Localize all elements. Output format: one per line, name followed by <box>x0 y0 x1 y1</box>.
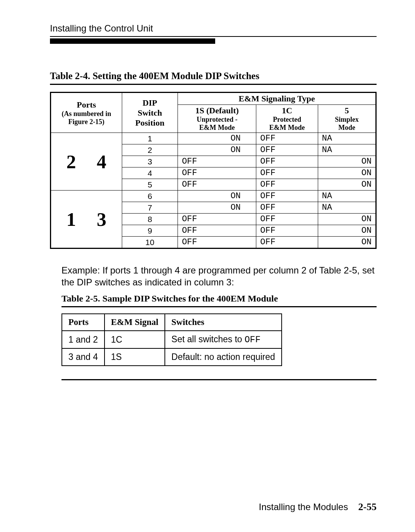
sig2-l2: Protected <box>260 116 314 124</box>
cell: ON <box>318 237 376 249</box>
switch-pos: 3 <box>122 156 178 167</box>
col-ports-header: Ports (As numbered in Figure 2-15) <box>51 93 122 133</box>
cell: OFF <box>256 144 318 156</box>
footer-page: 2-55 <box>358 501 377 512</box>
ports-cell-group2: 1 3 <box>51 191 122 249</box>
table-2-4-rule <box>50 84 377 85</box>
running-header: Installing the Control Unit <box>50 23 377 34</box>
sig1-l3: E&M Mode <box>182 124 252 132</box>
cell: NA <box>318 191 376 202</box>
cell: ON <box>318 179 376 191</box>
switch-pos: 2 <box>122 144 178 156</box>
switch-pos: 1 <box>122 133 178 144</box>
cell: ON <box>178 191 256 202</box>
cell: OFF <box>178 237 256 249</box>
sig2-l1: 1C <box>282 106 292 115</box>
sig1-l1: 1S (Default) <box>195 106 239 115</box>
cell: OFF <box>178 179 256 191</box>
bottom-rule <box>61 379 377 380</box>
cell: ON <box>178 202 256 214</box>
switch-pos: 9 <box>122 225 178 237</box>
sig2-header: 1C Protected E&M Mode <box>256 105 318 133</box>
t25-r1c3-pre: Set all switches to <box>171 334 244 344</box>
t25-h1: Ports <box>62 314 105 331</box>
switch-pos: 8 <box>122 214 178 225</box>
cell: OFF <box>178 156 256 167</box>
cell: ON <box>318 167 376 179</box>
col-dip-header: DIP Switch Position <box>122 93 178 133</box>
t25-r2c1: 3 and 4 <box>62 348 105 366</box>
table-2-5-rule <box>61 306 377 307</box>
t25-h2: E&M Signal <box>105 314 165 331</box>
cell: OFF <box>256 202 318 214</box>
page-footer: Installing the Modules 2-55 <box>259 501 377 513</box>
sig2-l3: E&M Mode <box>260 124 314 132</box>
cell: OFF <box>256 237 318 249</box>
t25-r1c1: 1 and 2 <box>62 331 105 348</box>
port-2: 2 <box>57 151 85 173</box>
cell: OFF <box>256 156 318 167</box>
cell: ON <box>178 133 256 144</box>
port-1: 1 <box>57 208 85 230</box>
switch-pos: 4 <box>122 167 178 179</box>
t25-r1c2: 1C <box>105 331 165 348</box>
cell: ON <box>178 144 256 156</box>
cell: OFF <box>256 214 318 225</box>
table-2-4-title: Table 2-4. Setting the 400EM Module DIP … <box>50 71 377 81</box>
dip-l2: Switch <box>138 108 162 118</box>
cell: OFF <box>256 133 318 144</box>
col-ports-label: Ports <box>77 100 96 109</box>
t25-r2c2: 1S <box>105 348 165 366</box>
header-rule-thin <box>50 36 377 37</box>
cell: ON <box>318 214 376 225</box>
sig3-l2: Simplex <box>322 116 372 124</box>
cell: OFF <box>178 225 256 237</box>
sig3-l1: 5 <box>345 106 349 115</box>
switch-pos: 7 <box>122 202 178 214</box>
sig1-l2: Unprotected - <box>182 116 252 124</box>
header-bar <box>50 38 215 44</box>
cell: OFF <box>256 167 318 179</box>
col-ports-sub2: Figure 2-15) <box>55 118 118 126</box>
port-4: 4 <box>88 151 116 173</box>
cell: ON <box>318 225 376 237</box>
switch-pos: 10 <box>122 237 178 249</box>
sig-header: E&M Signaling Type <box>178 93 376 105</box>
t25-r1c3: Set all switches to OFF <box>165 331 282 348</box>
cell: OFF <box>256 179 318 191</box>
cell: OFF <box>178 167 256 179</box>
sig1-header: 1S (Default) Unprotected - E&M Mode <box>178 105 256 133</box>
sig3-l3: Mode <box>322 124 372 132</box>
cell: OFF <box>178 214 256 225</box>
col-ports-sub1: (As numbered in <box>55 110 118 118</box>
switch-pos: 6 <box>122 191 178 202</box>
t25-r1c3-code: OFF <box>245 335 261 345</box>
cell: OFF <box>256 225 318 237</box>
cell: ON <box>318 156 376 167</box>
table-2-5: Ports E&M Signal Switches 1 and 2 1C Set… <box>61 313 282 366</box>
footer-label: Installing the Modules <box>259 502 348 512</box>
cell: OFF <box>256 191 318 202</box>
t25-h3: Switches <box>165 314 282 331</box>
cell: NA <box>318 133 376 144</box>
switch-pos: 5 <box>122 179 178 191</box>
table-2-4: Ports (As numbered in Figure 2-15) DIP S… <box>50 92 377 249</box>
ports-cell-group1: 2 4 <box>51 133 122 191</box>
cell: NA <box>318 202 376 214</box>
table-2-5-title: Table 2-5. Sample DIP Switches for the 4… <box>61 293 377 304</box>
sig3-header: 5 Simplex Mode <box>318 105 376 133</box>
t25-r2c3: Default: no action required <box>165 348 282 366</box>
example-paragraph: Example: If ports 1 through 4 are progra… <box>61 264 377 288</box>
port-3: 3 <box>88 208 116 230</box>
cell: NA <box>318 144 376 156</box>
dip-l1: DIP <box>143 98 157 108</box>
dip-l3: Position <box>135 118 164 128</box>
